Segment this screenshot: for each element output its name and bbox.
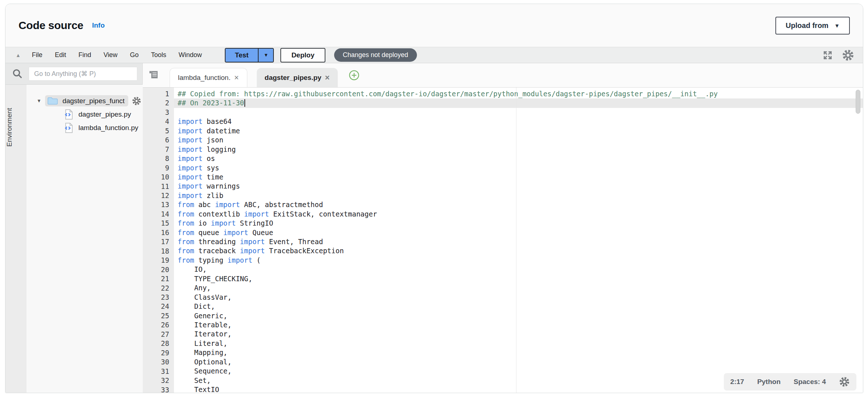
line-number[interactable]: 19 xyxy=(143,256,174,265)
menu-find[interactable]: Find xyxy=(72,51,97,59)
close-icon[interactable]: × xyxy=(234,74,239,82)
line-number[interactable]: 29 xyxy=(143,348,174,357)
line-number[interactable]: 30 xyxy=(143,357,174,367)
environment-tab[interactable]: Environment xyxy=(5,108,27,147)
code-line[interactable]: ## On 2023-11-30 xyxy=(174,98,863,108)
line-number[interactable]: 21 xyxy=(143,274,174,283)
upload-from-button[interactable]: Upload from ▼ xyxy=(775,17,850,35)
code-line[interactable] xyxy=(174,108,863,117)
code-line[interactable]: import sys xyxy=(174,163,863,173)
code-line[interactable]: import os xyxy=(174,154,863,163)
settings-gear-icon[interactable] xyxy=(842,49,854,61)
menu-view[interactable]: View xyxy=(97,51,124,59)
code-line[interactable]: Iterable, xyxy=(174,320,863,330)
code-editor[interactable]: 1234567891011121314151617181920212223242… xyxy=(143,88,863,393)
test-button[interactable]: Test xyxy=(226,49,258,62)
language-mode[interactable]: Python xyxy=(757,378,780,386)
code-line[interactable]: import zlib xyxy=(174,191,863,200)
collapse-panel-icon[interactable]: ▲ xyxy=(16,52,21,58)
tab-lambda-function[interactable]: lambda_function. × xyxy=(170,68,247,87)
code-line[interactable]: from traceback import TracebackException xyxy=(174,246,863,255)
tab-dagster-pipes[interactable]: dagster_pipes.py × xyxy=(257,68,338,87)
line-number[interactable]: 27 xyxy=(143,330,174,339)
code-line[interactable]: from queue import Queue xyxy=(174,228,863,237)
code-line[interactable]: Dict, xyxy=(174,302,863,311)
line-number[interactable]: 28 xyxy=(143,339,174,348)
code-line[interactable]: Optional, xyxy=(174,357,863,367)
line-number[interactable]: 5 xyxy=(143,126,174,136)
line-number[interactable]: 3 xyxy=(143,108,174,117)
tab-label: lambda_function. xyxy=(178,74,231,82)
line-number[interactable]: 14 xyxy=(143,210,174,219)
info-link[interactable]: Info xyxy=(92,21,105,29)
line-number[interactable]: 9 xyxy=(143,163,174,173)
menu-tools[interactable]: Tools xyxy=(145,51,173,59)
code-line[interactable]: Any, xyxy=(174,283,863,292)
line-number[interactable]: 26 xyxy=(143,320,174,330)
line-number[interactable]: 20 xyxy=(143,265,174,274)
code-line[interactable]: IO, xyxy=(174,265,863,274)
line-number[interactable]: 15 xyxy=(143,219,174,228)
line-number[interactable]: 4 xyxy=(143,117,174,126)
line-number[interactable]: 13 xyxy=(143,200,174,209)
code-line[interactable]: Mapping, xyxy=(174,348,863,357)
tree-file-dagster-pipes[interactable]: dagster_pipes.py xyxy=(27,108,146,121)
code-line[interactable]: import time xyxy=(174,173,863,182)
code-line[interactable]: Literal, xyxy=(174,339,863,348)
selected-folder[interactable]: dagster_pipes_funct xyxy=(45,95,128,106)
line-number[interactable]: 22 xyxy=(143,284,174,293)
line-number[interactable]: 10 xyxy=(143,173,174,182)
line-number[interactable]: 8 xyxy=(143,154,174,163)
code-line[interactable]: Generic, xyxy=(174,311,863,320)
cursor-position[interactable]: 2:17 xyxy=(730,378,744,386)
line-number[interactable]: 18 xyxy=(143,247,174,256)
line-number[interactable]: 7 xyxy=(143,145,174,154)
code-line[interactable]: ## Copied from: https://raw.githubuserco… xyxy=(174,89,863,98)
line-number[interactable]: 33 xyxy=(143,385,174,393)
code-lines[interactable]: ## Copied from: https://raw.githubuserco… xyxy=(174,88,863,393)
menu-edit[interactable]: Edit xyxy=(49,51,72,59)
close-icon[interactable]: × xyxy=(325,74,330,82)
code-line[interactable]: TYPE_CHECKING, xyxy=(174,274,863,283)
line-number[interactable]: 31 xyxy=(143,367,174,376)
menu-file[interactable]: File xyxy=(26,51,49,59)
code-line[interactable]: import json xyxy=(174,136,863,145)
fullscreen-icon[interactable] xyxy=(822,50,833,61)
code-line[interactable]: import logging xyxy=(174,145,863,154)
test-dropdown-button[interactable]: ▼ xyxy=(258,49,273,62)
line-number[interactable]: 24 xyxy=(143,302,174,311)
tree-folder-row[interactable]: ▼ dagster_pipes_funct xyxy=(27,94,146,108)
line-number[interactable]: 17 xyxy=(143,237,174,246)
changes-not-deployed-badge: Changes not deployed xyxy=(334,48,417,62)
new-tab-icon[interactable] xyxy=(349,70,360,81)
code-line[interactable]: from contextlib import ExitStack, contex… xyxy=(174,210,863,219)
line-number[interactable]: 1 xyxy=(143,89,174,98)
line-number[interactable]: 25 xyxy=(143,311,174,320)
code-line[interactable]: from typing import ( xyxy=(174,256,863,265)
line-number[interactable]: 32 xyxy=(143,376,174,385)
code-line[interactable]: ClassVar, xyxy=(174,293,863,302)
code-line[interactable]: import base64 xyxy=(174,117,863,126)
code-line[interactable]: Iterator, xyxy=(174,330,863,339)
tab-list-icon[interactable] xyxy=(149,70,159,81)
code-line[interactable]: from threading import Event, Thread xyxy=(174,237,863,246)
line-number[interactable]: 6 xyxy=(143,136,174,145)
tree-file-lambda-function[interactable]: lambda_function.py xyxy=(27,121,146,134)
editor-settings-gear-icon[interactable] xyxy=(839,376,850,387)
code-line[interactable]: import datetime xyxy=(174,126,863,136)
line-number[interactable]: 23 xyxy=(143,293,174,302)
line-number[interactable]: 2 xyxy=(143,98,174,108)
vertical-scrollbar[interactable] xyxy=(856,90,860,114)
code-line[interactable]: from io import StringIO xyxy=(174,219,863,228)
code-line[interactable]: import warnings xyxy=(174,182,863,191)
deploy-button[interactable]: Deploy xyxy=(280,48,325,62)
code-line[interactable]: from abc import ABC, abstractmethod xyxy=(174,200,863,209)
menu-go[interactable]: Go xyxy=(124,51,145,59)
indentation-setting[interactable]: Spaces: 4 xyxy=(794,378,826,386)
line-number[interactable]: 11 xyxy=(143,182,174,191)
line-number[interactable]: 12 xyxy=(143,191,174,200)
line-number[interactable]: 16 xyxy=(143,228,174,237)
folder-expand-icon[interactable]: ▼ xyxy=(37,98,41,104)
menu-window[interactable]: Window xyxy=(173,51,208,59)
goto-anything-input[interactable] xyxy=(29,67,137,81)
